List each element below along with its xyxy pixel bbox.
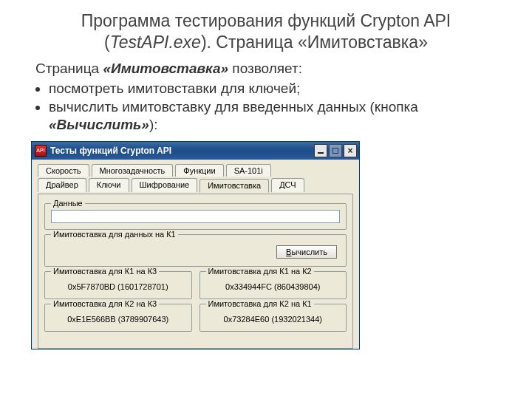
- app-window: API Тесты функций Crypton API × Скорость…: [31, 141, 360, 349]
- calc-button[interactable]: Вычислить: [276, 245, 337, 259]
- tabpage-imitovstavka: Данные Имитовставка для данных на К1 Выч…: [38, 194, 353, 349]
- close-button[interactable]: ×: [344, 144, 357, 157]
- group-k2-on-k1-label: Имитовставка для К2 на К1: [206, 299, 314, 308]
- slide-title: Программа тестирования функций Crypton A…: [35, 10, 497, 53]
- group-k2-on-k3: Имитовставка для К2 на К3 0xE1E566BB (37…: [44, 304, 192, 332]
- tab-rng[interactable]: ДСЧ: [271, 178, 304, 192]
- minimize-button[interactable]: [314, 144, 327, 157]
- group-data: Данные: [44, 203, 347, 230]
- bullet-1: посмотреть имитовставки для ключей;: [49, 80, 497, 98]
- bullet-list: посмотреть имитовставки для ключей; вычи…: [49, 80, 497, 134]
- slide-title-line1: Программа тестирования функций Crypton A…: [81, 11, 451, 30]
- value-k1-on-k2: 0x334944FC (860439804): [206, 278, 341, 293]
- tab-imitovstavka[interactable]: Имитовставка: [200, 179, 269, 193]
- group-k2-on-k1: Имитовставка для К2 на К1 0x73284E60 (19…: [200, 304, 347, 332]
- bullet-2: вычислить имитовставку для введенных дан…: [49, 98, 497, 134]
- tabcontrol: Скорость Многозадачность Функции SA-101i…: [38, 164, 353, 349]
- slide-title-exe: TestAPI.exe: [110, 33, 201, 52]
- app-icon: API: [35, 145, 47, 157]
- group-imito-k1: Имитовставка для данных на К1 Вычислить: [44, 234, 347, 267]
- group-k1-on-k3: Имитовставка для К1 на К3 0x5F7870BD (16…: [44, 271, 192, 299]
- tab-encrypt[interactable]: Шифрование: [132, 178, 198, 192]
- tab-sa101i[interactable]: SA-101i: [226, 164, 271, 177]
- value-k1-on-k3: 0x5F7870BD (1601728701): [51, 278, 185, 293]
- tab-keys[interactable]: Ключи: [89, 178, 129, 192]
- titlebar[interactable]: API Тесты функций Crypton API ×: [32, 142, 359, 160]
- window-title: Тесты функций Crypton API: [50, 146, 314, 156]
- tab-functions[interactable]: Функции: [175, 164, 223, 177]
- tab-speed[interactable]: Скорость: [38, 164, 89, 177]
- group-k1-on-k2-label: Имитовставка для К1 на К2: [206, 267, 314, 276]
- group-k1-on-k3-label: Имитовставка для К1 на К3: [51, 267, 159, 276]
- data-input[interactable]: [51, 210, 340, 223]
- group-k2-on-k3-label: Имитовставка для К2 на К3: [51, 299, 159, 308]
- tab-multitask[interactable]: Многозадачность: [92, 164, 174, 177]
- value-k2-on-k1: 0x73284E60 (1932021344): [206, 310, 341, 325]
- value-k2-on-k3: 0xE1E566BB (3789907643): [51, 310, 185, 325]
- group-imito-k1-label: Имитовставка для данных на К1: [51, 230, 178, 239]
- intro-line: Страница «Имитовставка» позволяет:: [35, 61, 497, 77]
- maximize-button[interactable]: [329, 144, 342, 157]
- group-data-label: Данные: [51, 199, 85, 208]
- group-k1-on-k2: Имитовставка для К1 на К2 0x334944FC (86…: [200, 271, 347, 299]
- tab-driver[interactable]: Драйвер: [38, 178, 86, 192]
